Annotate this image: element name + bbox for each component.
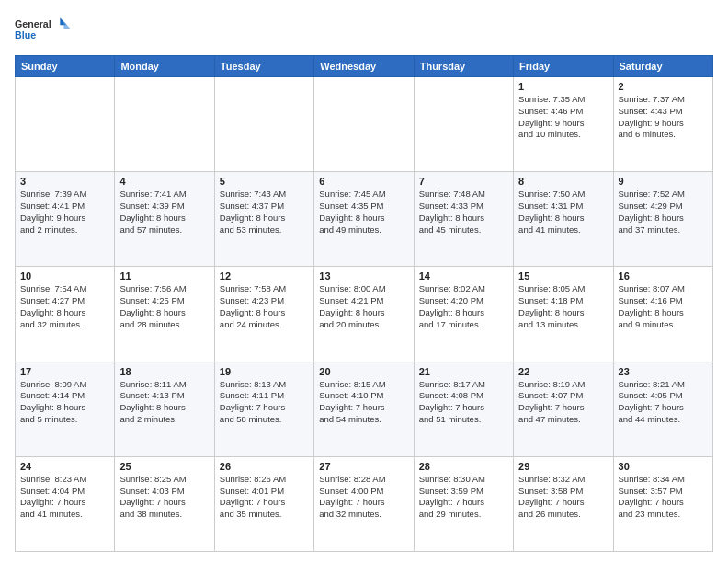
calendar-cell-25: 25Sunrise: 8:25 AM Sunset: 4:03 PM Dayli…: [115, 456, 214, 551]
day-number: 9: [619, 176, 708, 187]
weekday-header-sunday: Sunday: [16, 56, 115, 77]
calendar-cell-11: 11Sunrise: 7:56 AM Sunset: 4:25 PM Dayli…: [115, 267, 214, 362]
calendar-cell-12: 12Sunrise: 7:58 AM Sunset: 4:23 PM Dayli…: [214, 267, 313, 362]
calendar-cell-14: 14Sunrise: 8:02 AM Sunset: 4:20 PM Dayli…: [414, 267, 513, 362]
calendar-cell-6: 6Sunrise: 7:45 AM Sunset: 4:35 PM Daylig…: [314, 172, 414, 267]
day-number: 7: [419, 176, 508, 187]
day-info: Sunrise: 8:00 AM Sunset: 4:21 PM Dayligh…: [319, 283, 408, 330]
page-header: General Blue: [15, 11, 713, 48]
day-info: Sunrise: 7:54 AM Sunset: 4:27 PM Dayligh…: [20, 283, 109, 330]
calendar-cell-8: 8Sunrise: 7:50 AM Sunset: 4:31 PM Daylig…: [514, 172, 613, 267]
day-number: 1: [518, 81, 608, 92]
day-info: Sunrise: 8:23 AM Sunset: 4:04 PM Dayligh…: [20, 474, 109, 521]
calendar-cell-10: 10Sunrise: 7:54 AM Sunset: 4:27 PM Dayli…: [16, 267, 115, 362]
calendar-cell-27: 27Sunrise: 8:28 AM Sunset: 4:00 PM Dayli…: [314, 456, 414, 551]
calendar-cell-26: 26Sunrise: 8:26 AM Sunset: 4:01 PM Dayli…: [214, 456, 313, 551]
calendar-cell-4: 4Sunrise: 7:41 AM Sunset: 4:39 PM Daylig…: [115, 172, 214, 267]
day-info: Sunrise: 7:52 AM Sunset: 4:29 PM Dayligh…: [619, 189, 708, 236]
calendar-cell-24: 24Sunrise: 8:23 AM Sunset: 4:04 PM Dayli…: [16, 456, 115, 551]
weekday-header-friday: Friday: [514, 56, 613, 77]
day-number: 10: [20, 270, 109, 282]
calendar-week-4: 17Sunrise: 8:09 AM Sunset: 4:14 PM Dayli…: [16, 362, 713, 456]
day-number: 26: [220, 461, 309, 472]
empty-cell: [314, 77, 414, 172]
day-info: Sunrise: 7:50 AM Sunset: 4:31 PM Dayligh…: [518, 189, 608, 236]
day-info: Sunrise: 8:34 AM Sunset: 3:57 PM Dayligh…: [619, 474, 708, 521]
svg-text:Blue: Blue: [15, 29, 36, 40]
day-number: 17: [20, 366, 109, 377]
weekday-header-monday: Monday: [115, 56, 214, 77]
day-info: Sunrise: 7:43 AM Sunset: 4:37 PM Dayligh…: [220, 189, 309, 236]
day-info: Sunrise: 8:17 AM Sunset: 4:08 PM Dayligh…: [419, 379, 508, 426]
day-number: 21: [419, 366, 508, 377]
weekday-header-wednesday: Wednesday: [314, 56, 414, 77]
calendar-week-3: 10Sunrise: 7:54 AM Sunset: 4:27 PM Dayli…: [16, 267, 713, 362]
day-info: Sunrise: 8:30 AM Sunset: 3:59 PM Dayligh…: [419, 474, 508, 521]
day-info: Sunrise: 8:07 AM Sunset: 4:16 PM Dayligh…: [619, 283, 708, 330]
calendar-cell-21: 21Sunrise: 8:17 AM Sunset: 4:08 PM Dayli…: [414, 362, 513, 456]
calendar-cell-30: 30Sunrise: 8:34 AM Sunset: 3:57 PM Dayli…: [613, 456, 712, 551]
calendar-cell-15: 15Sunrise: 8:05 AM Sunset: 4:18 PM Dayli…: [514, 267, 613, 362]
calendar-cell-17: 17Sunrise: 8:09 AM Sunset: 4:14 PM Dayli…: [16, 362, 115, 456]
day-number: 24: [20, 461, 109, 472]
day-info: Sunrise: 8:02 AM Sunset: 4:20 PM Dayligh…: [419, 283, 508, 330]
day-number: 28: [419, 461, 508, 472]
calendar-cell-1: 1Sunrise: 7:35 AM Sunset: 4:46 PM Daylig…: [514, 77, 613, 172]
calendar-cell-16: 16Sunrise: 8:07 AM Sunset: 4:16 PM Dayli…: [613, 267, 712, 362]
weekday-header-saturday: Saturday: [613, 56, 712, 77]
calendar-cell-29: 29Sunrise: 8:32 AM Sunset: 3:58 PM Dayli…: [514, 456, 613, 551]
calendar-cell-5: 5Sunrise: 7:43 AM Sunset: 4:37 PM Daylig…: [214, 172, 313, 267]
day-number: 20: [319, 366, 408, 377]
calendar-cell-9: 9Sunrise: 7:52 AM Sunset: 4:29 PM Daylig…: [613, 172, 712, 267]
weekday-header-row: SundayMondayTuesdayWednesdayThursdayFrid…: [16, 56, 713, 77]
day-info: Sunrise: 7:58 AM Sunset: 4:23 PM Dayligh…: [220, 283, 309, 330]
calendar-week-2: 3Sunrise: 7:39 AM Sunset: 4:41 PM Daylig…: [16, 172, 713, 267]
day-number: 8: [518, 176, 608, 187]
day-number: 6: [319, 176, 408, 187]
day-info: Sunrise: 8:21 AM Sunset: 4:05 PM Dayligh…: [619, 379, 708, 426]
day-info: Sunrise: 8:26 AM Sunset: 4:01 PM Dayligh…: [220, 474, 309, 521]
weekday-header-tuesday: Tuesday: [214, 56, 313, 77]
logo-svg: General Blue: [15, 11, 70, 48]
day-number: 29: [518, 461, 608, 472]
day-info: Sunrise: 8:25 AM Sunset: 4:03 PM Dayligh…: [119, 474, 209, 521]
day-info: Sunrise: 8:05 AM Sunset: 4:18 PM Dayligh…: [518, 283, 608, 330]
day-number: 16: [619, 270, 708, 282]
calendar-cell-19: 19Sunrise: 8:13 AM Sunset: 4:11 PM Dayli…: [214, 362, 313, 456]
svg-text:General: General: [15, 18, 51, 29]
day-info: Sunrise: 7:41 AM Sunset: 4:39 PM Dayligh…: [119, 189, 209, 236]
day-number: 30: [619, 461, 708, 472]
day-info: Sunrise: 7:39 AM Sunset: 4:41 PM Dayligh…: [20, 189, 109, 236]
calendar-cell-7: 7Sunrise: 7:48 AM Sunset: 4:33 PM Daylig…: [414, 172, 513, 267]
day-info: Sunrise: 8:32 AM Sunset: 3:58 PM Dayligh…: [518, 474, 608, 521]
day-number: 25: [119, 461, 209, 472]
day-info: Sunrise: 7:48 AM Sunset: 4:33 PM Dayligh…: [419, 189, 508, 236]
day-info: Sunrise: 8:11 AM Sunset: 4:13 PM Dayligh…: [119, 379, 209, 426]
logo: General Blue: [15, 11, 70, 48]
day-number: 13: [319, 270, 408, 282]
day-info: Sunrise: 8:13 AM Sunset: 4:11 PM Dayligh…: [220, 379, 309, 426]
day-number: 4: [119, 176, 209, 187]
day-number: 15: [518, 270, 608, 282]
day-number: 19: [220, 366, 309, 377]
calendar-cell-23: 23Sunrise: 8:21 AM Sunset: 4:05 PM Dayli…: [613, 362, 712, 456]
weekday-header-thursday: Thursday: [414, 56, 513, 77]
day-number: 12: [220, 270, 309, 282]
svg-marker-3: [63, 21, 70, 29]
day-number: 14: [419, 270, 508, 282]
empty-cell: [16, 77, 115, 172]
day-info: Sunrise: 8:28 AM Sunset: 4:00 PM Dayligh…: [319, 474, 408, 521]
day-info: Sunrise: 7:37 AM Sunset: 4:43 PM Dayligh…: [619, 94, 708, 141]
day-number: 5: [220, 176, 309, 187]
day-info: Sunrise: 8:15 AM Sunset: 4:10 PM Dayligh…: [319, 379, 408, 426]
day-number: 2: [619, 81, 708, 92]
calendar-cell-2: 2Sunrise: 7:37 AM Sunset: 4:43 PM Daylig…: [613, 77, 712, 172]
day-info: Sunrise: 8:09 AM Sunset: 4:14 PM Dayligh…: [20, 379, 109, 426]
calendar-cell-28: 28Sunrise: 8:30 AM Sunset: 3:59 PM Dayli…: [414, 456, 513, 551]
calendar-table: SundayMondayTuesdayWednesdayThursdayFrid…: [15, 55, 713, 552]
empty-cell: [115, 77, 214, 172]
day-number: 27: [319, 461, 408, 472]
day-number: 22: [518, 366, 608, 377]
calendar-week-5: 24Sunrise: 8:23 AM Sunset: 4:04 PM Dayli…: [16, 456, 713, 551]
day-info: Sunrise: 7:35 AM Sunset: 4:46 PM Dayligh…: [518, 94, 608, 141]
